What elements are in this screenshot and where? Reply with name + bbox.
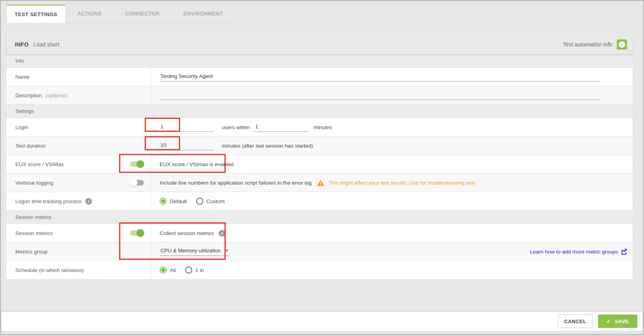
login-label: Login [6,118,151,136]
login-users-input[interactable] [160,122,214,132]
tab-bar: TEST SETTINGS ACTIONS CONNECTOR ENVIRONM… [6,5,235,23]
test-duration-label-text: Test duration [15,143,46,149]
radio-custom-label: Custom [206,198,225,204]
radio-option-1-in[interactable]: 1 in [185,267,204,274]
session-metrics-info-icon[interactable]: i [219,230,225,237]
schedule-radio-group: All 1 in [160,267,204,274]
row-metrics-group: Metrics group CPU & Memory utilization ▼… [6,242,633,261]
panel-subtitle: Load short [33,41,59,48]
verbose-label-text: Verbose logging [15,180,53,186]
radio-1-in-icon [185,267,192,274]
cancel-button[interactable]: CANCEL [558,315,592,328]
metrics-group-value-cell: CPU & Memory utilization ▼ Learn how to … [151,242,633,261]
session-metrics-toggle[interactable] [130,229,144,237]
row-schedule: Schedule (in which sessions) All 1 in [6,261,633,279]
radio-option-custom[interactable]: Custom [196,198,225,205]
description-input[interactable] [160,91,600,100]
eux-toggle[interactable] [130,160,144,168]
test-automation-info-label: Test automation info [563,41,612,48]
eux-label-cell: EUX score / VSIMax [6,155,151,173]
verbose-warning: This might affect your test results. Use… [317,180,475,186]
metrics-group-label-cell: Metrics group [6,242,151,261]
settings-panel: INFO Load short Test automation info i I… [6,34,633,279]
name-label: Name [6,68,151,86]
verbose-label-cell: Verbose logging [6,174,151,192]
save-button[interactable]: ✓ SAVE [598,315,637,328]
radio-custom-icon [196,198,203,205]
verbose-toggle-knob [130,179,138,187]
row-eux-score: EUX score / VSIMax EUX score / VSImax is… [6,155,633,174]
radio-default-label: Default [170,198,187,204]
test-duration-suffix-text: minutes (after last session has started) [222,143,313,149]
verbose-toggle[interactable] [130,179,144,187]
warning-icon [317,180,324,186]
eux-status-text: EUX score / VSImax is enabled [160,161,234,167]
logon-tracking-label-cell: Logon time tracking process i [6,192,151,210]
metrics-group-selected-value: CPU & Memory utilization [160,248,221,254]
tab-actions[interactable]: ACTIONS [66,5,113,23]
row-login: Login users within minutes [6,118,633,137]
test-automation-info-icon[interactable]: i [617,39,627,50]
session-metrics-label-cell: Session metrics [6,224,151,242]
section-band-session-metrics: Session metrics [6,211,633,224]
section-band-settings: Settings [6,105,633,118]
metrics-group-dropdown[interactable]: CPU & Memory utilization ▼ [160,248,230,256]
test-duration-input[interactable] [160,141,214,150]
session-metrics-label-text: Session metrics [15,230,53,236]
schedule-value-cell: All 1 in [151,261,633,279]
name-input[interactable] [160,72,600,81]
logon-tracking-radio-group: Default Custom [160,198,224,205]
name-value-cell [151,68,633,86]
radio-1-in-label: 1 in [195,267,204,273]
panel-header-right: Test automation info i [563,39,627,50]
panel-title: INFO [15,41,29,48]
radio-all-icon [160,267,167,274]
row-test-duration: Test duration minutes (after last sessio… [6,137,633,155]
panel-header: INFO Load short Test automation info i [6,34,633,54]
schedule-label-cell: Schedule (in which sessions) [6,261,151,279]
radio-all-label: All [170,267,176,273]
chevron-down-icon: ▼ [225,248,229,253]
logon-tracking-value-cell: Default Custom [151,192,633,210]
tab-connector[interactable]: CONNECTOR [113,5,171,23]
footer-bar: CANCEL ✓ SAVE [2,312,642,331]
description-optional-text: (optional) [46,93,68,98]
row-name: Name [6,68,633,86]
metrics-group-label-text: Metrics group [15,249,48,255]
verbose-warning-text: This might affect your test results. Use… [328,180,475,186]
check-icon: ✓ [606,318,611,324]
collect-session-metrics-text: Collect session metrics [160,230,214,236]
tab-environment[interactable]: ENVIRONMENT [171,5,235,23]
schedule-label-text: Schedule (in which sessions) [15,267,84,273]
name-label-text: Name [15,74,29,80]
users-within-text: users within [222,124,250,130]
test-settings-page: TEST SETTINGS ACTIONS CONNECTOR ENVIRONM… [0,0,644,335]
row-description: Description (optional) [6,86,633,105]
login-minutes-input[interactable] [254,122,309,132]
login-value-cell: users within minutes [151,118,633,136]
eux-label-text: EUX score / VSIMax [15,161,64,167]
login-label-text: Login [15,124,28,130]
external-link-icon [621,248,627,255]
session-metrics-toggle-knob [136,229,144,237]
tab-test-settings[interactable]: TEST SETTINGS [6,5,66,23]
info-icon: i [619,41,625,48]
row-logon-tracking: Logon time tracking process i Default Cu… [6,192,633,211]
description-label-text: Description [15,93,42,98]
session-metrics-value-cell: Collect session metrics i [151,224,633,242]
description-label: Description (optional) [6,86,151,104]
test-duration-label: Test duration [6,137,151,155]
metric-groups-link[interactable]: Learn how to add more metric groups [530,248,627,255]
radio-default-icon [160,198,167,205]
logon-tracking-info-icon[interactable]: i [85,198,92,205]
row-verbose-logging: Verbose logging Include line numbers for… [6,174,633,192]
metric-groups-link-text: Learn how to add more metric groups [530,249,618,255]
row-session-metrics: Session metrics Collect session metrics … [6,224,633,242]
radio-option-default[interactable]: Default [160,198,187,205]
eux-toggle-knob [136,160,144,168]
verbose-value-cell: Include line numbers for application scr… [151,174,633,192]
save-button-label: SAVE [615,318,629,324]
logon-tracking-label-text: Logon time tracking process [15,198,82,204]
radio-option-all[interactable]: All [160,267,176,274]
eux-value-cell: EUX score / VSImax is enabled [151,155,633,173]
